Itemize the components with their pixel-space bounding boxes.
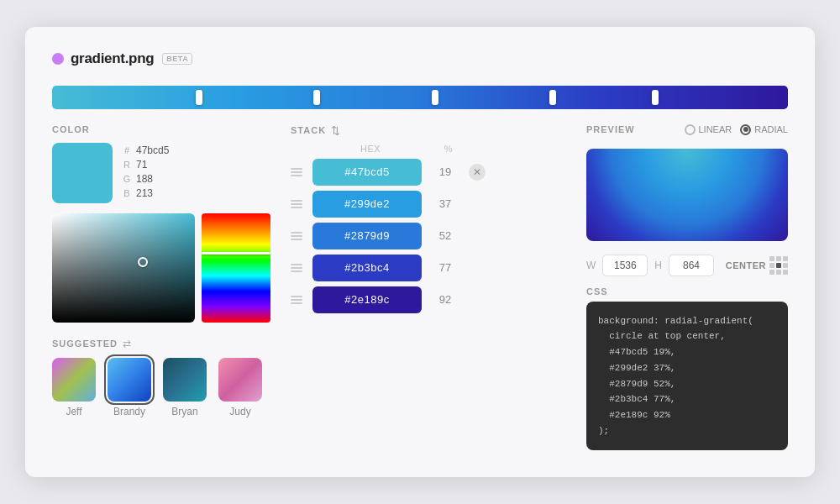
color-swatch-large[interactable]	[52, 143, 113, 203]
gradient-bar[interactable]	[52, 86, 788, 109]
gradient-stop-2[interactable]	[313, 90, 320, 105]
drag-handle[interactable]	[291, 296, 306, 304]
shuffle-icon[interactable]: ⇄	[123, 338, 131, 349]
swatch-name: Jeff	[66, 406, 81, 417]
left-panel: COLOR # R G	[52, 124, 270, 451]
grid-cell-9	[783, 270, 788, 275]
gradient-bar-wrap	[52, 86, 788, 109]
suggested-section: SUGGESTED ⇄ Jeff Brandy Bryan Judy	[52, 338, 270, 417]
b-input[interactable]	[136, 187, 178, 199]
stack-title: STACK	[291, 125, 326, 135]
swatch-thumb	[163, 358, 207, 402]
stack-row: #2e189c 92	[291, 286, 566, 313]
sort-icon[interactable]: ⇅	[331, 124, 340, 137]
suggested-swatch-item[interactable]: Judy	[218, 358, 262, 417]
stack-hex-button[interactable]: #2b3bc4	[312, 255, 422, 281]
radial-radio-label[interactable]: RADIAL	[740, 124, 788, 135]
swatch-thumb	[52, 358, 96, 402]
stack-pct: 37	[428, 197, 462, 210]
suggested-title: SUGGESTED	[52, 339, 118, 349]
center-button[interactable]: CENTER	[726, 256, 788, 275]
radial-radio-dot	[743, 127, 748, 132]
drag-handle[interactable]	[291, 264, 306, 272]
app-title: gradient.png	[71, 50, 154, 67]
r-label: R	[121, 160, 133, 170]
stack-col-pct-label: %	[432, 144, 465, 154]
stack-delete-button[interactable]: ✕	[469, 164, 486, 181]
stack-row: #2b3bc4 77	[291, 255, 566, 281]
grid-cell-8	[776, 270, 781, 275]
stack-hex-button[interactable]: #2e189c	[312, 286, 422, 313]
stack-pct: 19	[428, 165, 462, 178]
radial-radio[interactable]	[740, 124, 751, 135]
dimensions-row: W H CENTER	[586, 255, 788, 276]
stack-row: #2879d9 52	[291, 223, 566, 249]
hue-indicator[interactable]	[202, 252, 270, 255]
grid-cell-7	[769, 270, 774, 275]
app-window: gradient.png BETA COLOR #	[25, 27, 815, 478]
swatch-name: Judy	[229, 406, 250, 417]
center-label: CENTER	[726, 260, 766, 270]
r-input-row: R	[121, 159, 178, 171]
stack-row: #299de2 37	[291, 191, 566, 218]
grid-cell-1	[769, 256, 774, 261]
gradient-stop-1[interactable]	[196, 90, 202, 105]
preview-title: PREVIEW	[586, 124, 635, 134]
drag-handle[interactable]	[291, 200, 306, 208]
color-picker-knob[interactable]	[138, 257, 148, 267]
swatch-thumb	[108, 358, 151, 402]
swatch-name: Bryan	[171, 406, 197, 417]
swatch-name: Brandy	[113, 406, 145, 417]
header: gradient.png BETA	[52, 50, 788, 67]
color-inputs: # R G B	[121, 143, 178, 199]
width-input[interactable]	[602, 255, 648, 276]
stack-hex-button[interactable]: #299de2	[312, 191, 422, 218]
gradient-stop-5[interactable]	[652, 90, 659, 105]
radial-label: RADIAL	[754, 124, 788, 134]
css-title: CSS	[586, 286, 788, 297]
w-label: W	[586, 260, 596, 271]
suggested-header: SUGGESTED ⇄	[52, 338, 270, 349]
gradient-stop-3[interactable]	[432, 90, 438, 105]
beta-badge: BETA	[162, 53, 192, 65]
drag-handle[interactable]	[291, 168, 306, 176]
g-input[interactable]	[136, 173, 178, 185]
stack-header: STACK ⇅	[291, 124, 566, 137]
r-input[interactable]	[136, 159, 178, 171]
main-content: COLOR # R G	[52, 124, 788, 451]
hue-bar[interactable]	[202, 213, 270, 323]
height-input[interactable]	[669, 255, 714, 276]
color-picker-area[interactable]	[52, 213, 195, 323]
suggested-swatch-item[interactable]: Brandy	[108, 358, 151, 417]
stack-hex-button[interactable]: #2879d9	[312, 223, 422, 249]
grid-cell-3	[783, 256, 788, 261]
linear-radio[interactable]	[685, 124, 696, 135]
css-code-box[interactable]: background: radial-gradient( circle at t…	[586, 302, 788, 451]
center-grid-icon	[769, 256, 788, 275]
swatch-thumb	[218, 358, 262, 402]
right-panel: PREVIEW LINEAR RADIAL W	[586, 124, 788, 451]
hex-input[interactable]	[136, 144, 178, 156]
b-input-row: B	[121, 187, 178, 199]
g-input-row: G	[121, 173, 178, 185]
grid-cell-4	[769, 263, 774, 268]
grid-cell-5	[776, 263, 781, 268]
hex-label: #	[121, 145, 133, 155]
h-label: H	[654, 260, 662, 271]
stack-hex-button[interactable]: #47bcd5	[312, 159, 422, 186]
linear-label: LINEAR	[699, 124, 732, 134]
linear-radio-label[interactable]: LINEAR	[685, 124, 732, 135]
suggested-swatch-item[interactable]: Bryan	[163, 358, 207, 417]
suggested-swatches: Jeff Brandy Bryan Judy	[52, 358, 270, 417]
suggested-swatch-item[interactable]: Jeff	[52, 358, 96, 417]
color-section-title: COLOR	[52, 124, 270, 134]
g-label: G	[121, 174, 133, 184]
gradient-stop-4[interactable]	[549, 90, 556, 105]
preview-image	[586, 149, 788, 241]
center-panel: STACK ⇅ HEX % #47bcd5 19 ✕ #299de2 37 #2…	[291, 124, 566, 451]
stack-col-headers: HEX %	[291, 144, 566, 154]
logo-icon	[52, 53, 64, 65]
grid-cell-6	[783, 263, 788, 268]
drag-handle[interactable]	[291, 232, 306, 240]
stack-pct: 77	[428, 261, 462, 274]
